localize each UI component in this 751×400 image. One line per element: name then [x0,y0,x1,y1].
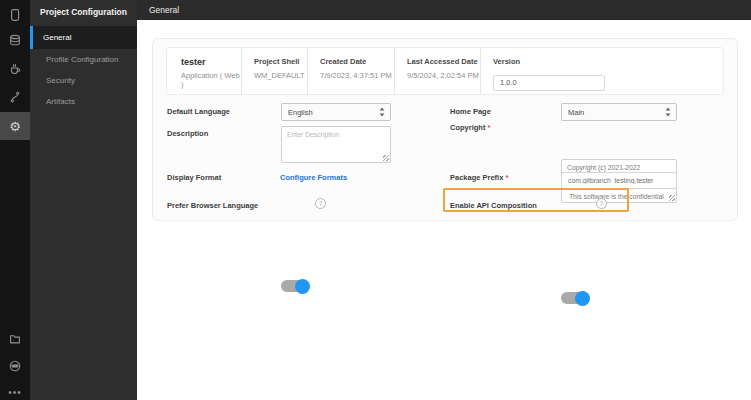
required-asterisk: * [487,123,490,132]
content-area: tester Application ( Web ) Project Shell… [137,20,751,400]
home-page-value: Main [568,108,584,117]
project-name: tester [181,57,241,67]
more-icon[interactable]: ••• [0,382,30,400]
folder-icon[interactable] [0,328,30,350]
select-arrows-icon [665,107,671,117]
copyright-label: Copyright* [450,123,490,132]
prefer-browser-language-toggle[interactable] [281,280,308,292]
home-page-label: Home Page [450,107,491,116]
default-language-select[interactable]: English [281,103,391,121]
enable-api-composition-toggle[interactable] [561,292,588,304]
configure-formats-link[interactable]: Configure Formats [280,173,347,182]
prefer-browser-language-help-icon[interactable]: ? [315,198,326,209]
description-textarea[interactable] [281,126,391,163]
general-settings-card: tester Application ( Web ) Project Shell… [152,38,738,221]
database-icon[interactable] [0,30,30,52]
prefer-browser-language-label: Prefer Browser Language [167,201,258,210]
config-sidebar: Project Configuration General Profile Co… [30,0,137,400]
topbar: General [137,0,751,20]
description-label: Description [167,129,208,138]
sidebar-item-general[interactable]: General [30,26,137,49]
home-page-select[interactable]: Main [561,103,677,121]
bindings-icon[interactable] [0,86,30,108]
sidebar-item-artifacts[interactable]: Artifacts [30,91,137,112]
last-accessed-value: 9/5/2024, 2:02:54 PM [407,71,480,80]
last-accessed-label: Last Accessed Date [407,57,480,66]
app-window: ⚙ ••• Project Configuration General Prof… [0,0,751,400]
package-prefix-input[interactable] [561,172,677,189]
page-title: General [149,5,179,15]
last-accessed-section: Last Accessed Date 9/5/2024, 2:02:54 PM [394,48,480,94]
java-services-icon[interactable] [0,58,30,80]
default-language-value: English [288,108,313,117]
version-label: Version [493,57,723,66]
enable-api-composition-label: Enable API Composition [450,201,537,210]
project-shell-label: Project Shell [254,57,307,66]
project-shell-value: WM_DEFAULT [254,71,307,80]
project-shell-section: Project Shell WM_DEFAULT [241,48,307,94]
default-language-label: Default Language [167,107,230,116]
pages-icon[interactable] [0,4,30,26]
created-date-label: Created Date [320,57,394,66]
created-date-value: 7/9/2023, 4:37:51 PM [320,71,394,80]
select-arrows-icon [379,107,385,117]
package-prefix-field-wrap [561,169,677,189]
sidebar-title: Project Configuration [30,0,137,26]
created-date-section: Created Date 7/9/2023, 4:37:51 PM [307,48,394,94]
icon-rail: ⚙ ••• [0,0,30,400]
sidebar-item-profile-configuration[interactable]: Profile Configuration [30,49,137,70]
project-name-section: tester Application ( Web ) [167,48,241,94]
description-field-wrap [281,126,391,163]
version-input[interactable] [493,75,605,91]
package-prefix-label: Package Prefix* [450,173,508,182]
settings-icon[interactable]: ⚙ [0,112,30,140]
sidebar-item-security[interactable]: Security [30,70,137,91]
version-section: Version [480,48,723,94]
project-type: Application ( Web ) [181,71,241,89]
enable-api-composition-help-icon[interactable]: ? [596,198,607,209]
project-summary-header: tester Application ( Web ) Project Shell… [166,47,724,95]
display-format-label: Display Format [167,173,221,182]
required-asterisk: * [505,173,508,182]
media-icon[interactable] [0,355,30,377]
